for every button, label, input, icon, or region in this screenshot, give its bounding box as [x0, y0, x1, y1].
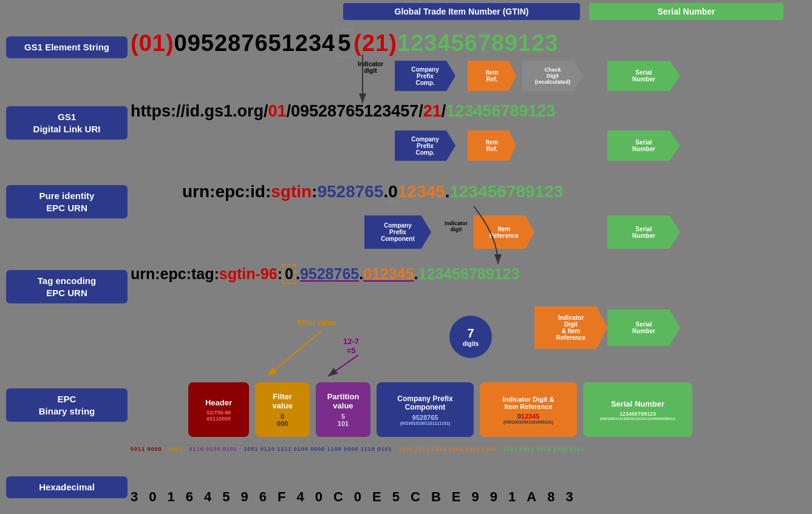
company-prefix-arrow-2: CompanyPrefixComp. — [395, 130, 455, 161]
seven-digits-circle: 7 digits — [449, 316, 492, 358]
indicator-digit-label-1: Indicatordigit — [352, 61, 389, 74]
indicator-digit-label-3: indicatordigit — [441, 220, 471, 232]
filter-value-box: Filtervalue 0000 — [255, 382, 310, 437]
label-tag-encoding: Tag encodingEPC URN — [6, 270, 128, 303]
serial-number-arrow-4: SerialNumber — [607, 309, 680, 346]
company-prefix-box: Company PrefixComponent 9528765 (0010010… — [377, 382, 474, 437]
binary-string-row: 0011 0000 0001 0110 0100 0101 1001 0110 … — [131, 446, 584, 452]
gs1-digital-link-text: https://id.gs1.org/01/09528765123457/21/… — [131, 102, 556, 121]
indicator-item-ref-box: Indicator Digit &Item Reference 012345 (… — [480, 382, 577, 437]
label-pure-identity: Pure identityEPC URN — [6, 185, 128, 218]
hex-row: 3 0 1 6 4 5 9 6 F 4 0 C 0 E 5 C B E 9 9 … — [131, 489, 573, 505]
item-ref-arrow-3: ItemReference — [474, 215, 534, 249]
serial-number-arrow-1: SerialNumber — [607, 61, 680, 91]
indicator-item-ref-arrow-4: IndicatorDigit& ItemReference — [534, 306, 607, 349]
label-hexadecimal: Hexadecimal — [6, 476, 128, 498]
serial-number-arrow-2: SerialNumber — [607, 130, 680, 161]
filter-value-label: Filter value — [298, 319, 336, 327]
item-ref-arrow-1: ItemRef. — [468, 61, 516, 91]
check-digit-arrow-1: CheckDigit(recalculated) — [522, 61, 583, 91]
pure-identity-text: urn:epc:id:sgtin:9528765.012345.12345678… — [182, 182, 563, 201]
partition-value-box: Partitionvalue 5101 — [316, 382, 370, 437]
gs1-element-string-text: (01)0952876512345(21)123456789123 — [131, 29, 559, 58]
label-gs1-digital: GS1Digital Link URI — [6, 106, 128, 140]
header-box: Header SGTIN-9600110000 — [188, 382, 249, 437]
label-epc-binary: EPCBinary string — [6, 388, 128, 422]
tag-encoding-text: urn:epc:tag:sgtin-96:0.9528765.012345.12… — [131, 264, 519, 284]
company-prefix-arrow-1: CompanyPrefixComp. — [395, 61, 455, 91]
banner-serial: Serial Number — [589, 3, 783, 20]
partition-calc: 12-7=5 — [343, 337, 359, 355]
label-gs1-element: GS1 Element String — [6, 36, 128, 58]
svg-line-4 — [328, 355, 358, 376]
serial-number-box: Serial Number 123456789123 (000100011111… — [583, 382, 692, 437]
item-ref-arrow-2: ItemRef. — [468, 130, 516, 161]
company-prefix-arrow-3: CompanyPrefixComponent — [364, 215, 431, 249]
serial-number-arrow-3: SerialNumber — [607, 215, 680, 249]
banner-gtin: Global Trade Item Number (GTIN) — [343, 3, 580, 20]
